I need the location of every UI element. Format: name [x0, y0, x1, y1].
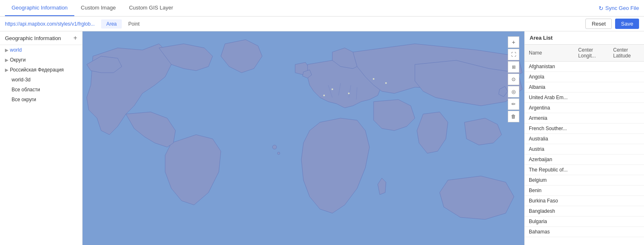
grid-button[interactable]: ⊞ — [508, 61, 519, 73]
tab-custom-image[interactable]: Custom Image — [74, 0, 123, 16]
col-header-name: Name — [525, 45, 574, 62]
table-row[interactable]: Bulgaria — [525, 216, 644, 227]
area-name: Afghanistan — [525, 62, 574, 72]
table-row[interactable]: Afghanistan — [525, 62, 644, 72]
table-row[interactable]: Albania — [525, 82, 644, 93]
draw-button[interactable]: ✏ — [508, 98, 519, 110]
sub-tab-point[interactable]: Point — [123, 19, 144, 29]
table-row[interactable]: The Republic of... — [525, 165, 644, 175]
tree-item-rf[interactable]: ▶ Российская Федерация — [0, 65, 82, 75]
table-row[interactable]: Argentina — [525, 103, 644, 113]
expand-icon-world: ▶ — [5, 48, 8, 53]
reset-button[interactable]: Reset — [585, 19, 612, 29]
area-lat — [609, 82, 644, 93]
map-controls: + ⛶ ⊞ ⊙ ◎ ✏ 🗑 — [508, 36, 519, 122]
table-row[interactable]: French Souther... — [525, 124, 644, 134]
area-lng — [574, 134, 609, 144]
sync-icon: ↻ — [599, 5, 604, 12]
top-nav: Geographic Information Custom Image Cust… — [0, 0, 644, 17]
expand-icon-rf: ▶ — [5, 67, 8, 73]
tree-item-all-areas[interactable]: Все области — [0, 85, 82, 95]
area-name: Bangladesh — [525, 206, 574, 216]
table-row[interactable]: United Arab Em... — [525, 93, 644, 103]
table-row[interactable]: Burkina Faso — [525, 196, 644, 206]
area-lat — [609, 72, 644, 82]
area-lng — [574, 196, 609, 206]
tree-label-world: world — [10, 47, 22, 53]
table-row[interactable]: Belgium — [525, 175, 644, 186]
table-row[interactable]: Benin — [525, 186, 644, 196]
svg-point-7 — [331, 88, 333, 90]
layers-button[interactable]: ◎ — [508, 86, 519, 98]
nav-tabs: Geographic Information Custom Image Cust… — [5, 0, 180, 16]
svg-point-2 — [277, 152, 280, 155]
area-lng — [574, 124, 609, 134]
tree-item-world[interactable]: ▶ world — [0, 45, 82, 55]
table-row[interactable]: Bahamas — [525, 227, 644, 237]
left-panel: Geographic Information + ▶ world ▶ Округ… — [0, 31, 83, 245]
sub-tab-area[interactable]: Area — [101, 19, 121, 29]
area-lng — [574, 103, 609, 113]
sync-geo-file-button[interactable]: ↻ Sync Geo File — [599, 5, 639, 12]
area-list-title: Area List — [525, 31, 644, 45]
table-row[interactable]: Bangladesh — [525, 206, 644, 216]
map-url[interactable]: https://api.mapbox.com/styles/v1/frglob.… — [5, 21, 95, 27]
table-row[interactable]: Armenia — [525, 113, 644, 124]
area-name: Bulgaria — [525, 216, 574, 227]
area-name: Albania — [525, 82, 574, 93]
area-name: Angola — [525, 72, 574, 82]
sub-tabs: Area Point — [101, 19, 144, 29]
area-lat — [609, 103, 644, 113]
map-svg — [83, 31, 524, 245]
delete-button[interactable]: 🗑 — [508, 111, 519, 122]
locate-button[interactable]: ⊙ — [508, 74, 519, 85]
table-row[interactable]: Austria — [525, 144, 644, 155]
area-lng — [574, 186, 609, 196]
area-name: Belgium — [525, 175, 574, 186]
area-name: Australia — [525, 134, 574, 144]
map-area[interactable]: + ⛶ ⊞ ⊙ ◎ ✏ 🗑 — [83, 31, 524, 245]
svg-point-10 — [373, 78, 374, 80]
area-name: Azerbaijan — [525, 155, 574, 165]
table-row[interactable]: Angola — [525, 72, 644, 82]
expand-icon-okrugi: ▶ — [5, 57, 8, 63]
area-lat — [609, 196, 644, 206]
area-lat — [609, 62, 644, 72]
area-lat — [609, 216, 644, 227]
area-lat — [609, 206, 644, 216]
url-bar-row: https://api.mapbox.com/styles/v1/frglob.… — [0, 17, 644, 31]
table-row[interactable]: Australia — [525, 134, 644, 144]
area-name: Burkina Faso — [525, 196, 574, 206]
area-lng — [574, 227, 609, 237]
area-lat — [609, 93, 644, 103]
tab-geographic-information[interactable]: Geographic Information — [5, 0, 74, 16]
area-lng — [574, 165, 609, 175]
area-lng — [574, 93, 609, 103]
area-lng — [574, 62, 609, 72]
tree-item-world3d[interactable]: world-3d — [0, 75, 82, 85]
panel-header: Geographic Information + — [0, 31, 82, 45]
area-name: Armenia — [525, 113, 574, 124]
area-lng — [574, 206, 609, 216]
sync-geo-file-label: Sync Geo File — [605, 5, 639, 11]
fullscreen-button[interactable]: ⛶ — [508, 49, 519, 60]
right-actions: Reset Save — [585, 19, 639, 29]
area-lat — [609, 134, 644, 144]
area-name: French Souther... — [525, 124, 574, 134]
area-name: Austria — [525, 144, 574, 155]
tab-custom-gis-layer[interactable]: Custom GIS Layer — [122, 0, 180, 16]
add-layer-button[interactable]: + — [73, 35, 77, 41]
area-name: Argentina — [525, 103, 574, 113]
area-lng — [574, 82, 609, 93]
area-lng — [574, 113, 609, 124]
tree-item-all-okrugi[interactable]: Все округи — [0, 95, 82, 105]
tree-label-rf: Российская Федерация — [10, 67, 64, 73]
zoom-in-button[interactable]: + — [508, 36, 519, 48]
area-table: Name Center Longit... Center Latitude Af… — [525, 45, 644, 237]
area-name: United Arab Em... — [525, 93, 574, 103]
tree-item-okrugi[interactable]: ▶ Округи — [0, 55, 82, 65]
table-row[interactable]: Azerbaijan — [525, 155, 644, 165]
area-lat — [609, 186, 644, 196]
area-name: The Republic of... — [525, 165, 574, 175]
save-button[interactable]: Save — [615, 19, 639, 29]
